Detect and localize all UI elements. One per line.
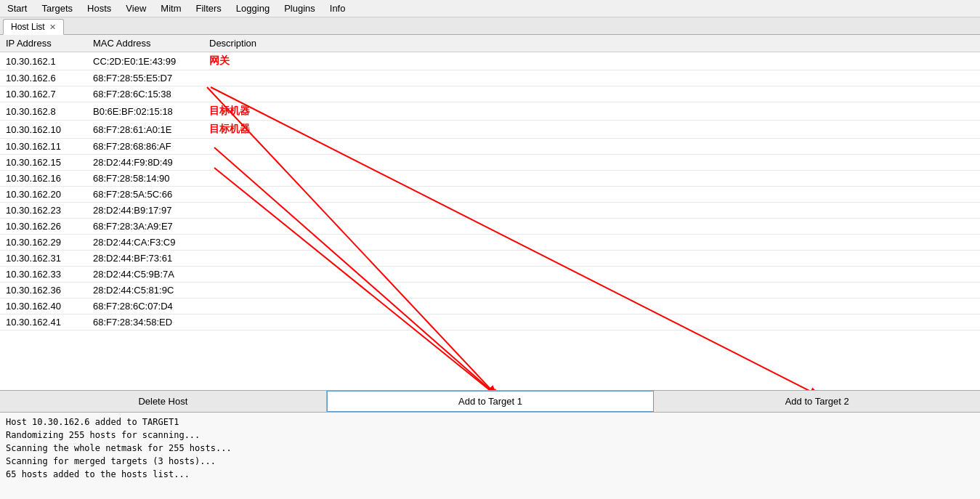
cell-desc xyxy=(203,267,980,283)
cell-mac: 68:F7:28:68:86:AF xyxy=(87,139,203,155)
log-area: Host 10.30.162.6 added to TARGET1Randomi… xyxy=(0,412,980,499)
cell-ip: 10.30.162.41 xyxy=(0,315,87,330)
cell-mac: 68:F7:28:3A:A9:E7 xyxy=(87,219,203,235)
table-row[interactable]: 10.30.162.768:F7:28:6C:15:38 xyxy=(0,86,980,102)
menu-item-filters[interactable]: Filters xyxy=(188,1,228,15)
cell-mac: 68:F7:28:34:58:ED xyxy=(87,315,203,330)
table-row[interactable]: 10.30.162.2668:F7:28:3A:A9:E7 xyxy=(0,219,980,235)
cell-mac: B0:6E:BF:02:15:18 xyxy=(87,102,203,121)
tabbar: Host List ✕ xyxy=(0,17,980,35)
cell-ip: 10.30.162.23 xyxy=(0,203,87,219)
cell-ip: 10.30.162.15 xyxy=(0,155,87,171)
cell-mac: 68:F7:28:6C:15:38 xyxy=(87,86,203,102)
menu-item-start[interactable]: Start xyxy=(0,1,34,15)
menu-item-mitm[interactable]: Mitm xyxy=(153,1,188,15)
col-header-ip: IP Address xyxy=(0,35,87,52)
cell-desc xyxy=(203,299,980,315)
log-line: Scanning the whole netmask for 255 hosts… xyxy=(6,442,974,455)
cell-mac: 68:F7:28:58:14:90 xyxy=(87,171,203,187)
table-row[interactable]: 10.30.162.1CC:2D:E0:1E:43:99网关 xyxy=(0,52,980,70)
cell-desc xyxy=(203,203,980,219)
table-row[interactable]: 10.30.162.2328:D2:44:B9:17:97 xyxy=(0,203,980,219)
menubar: StartTargetsHostsViewMitmFiltersLoggingP… xyxy=(0,0,980,17)
add-to-target1-button[interactable]: Add to Target 1 xyxy=(327,391,655,412)
table-row[interactable]: 10.30.162.3328:D2:44:C5:9B:7A xyxy=(0,267,980,283)
cell-mac: CC:2D:E0:1E:43:99 xyxy=(87,52,203,70)
cell-mac: 68:F7:28:5A:5C:66 xyxy=(87,187,203,203)
cell-desc xyxy=(203,86,980,102)
cell-ip: 10.30.162.31 xyxy=(0,251,87,267)
host-table: IP Address MAC Address Description 10.30… xyxy=(0,35,980,330)
cell-desc xyxy=(203,251,980,267)
button-bar: Delete Host Add to Target 1 Add to Targe… xyxy=(0,390,980,412)
col-header-desc: Description xyxy=(203,35,980,52)
table-row[interactable]: 10.30.162.3628:D2:44:C5:81:9C xyxy=(0,283,980,299)
cell-mac: 28:D2:44:C5:9B:7A xyxy=(87,267,203,283)
cell-desc xyxy=(203,70,980,86)
cell-ip: 10.30.162.1 xyxy=(0,52,87,70)
cell-ip: 10.30.162.16 xyxy=(0,171,87,187)
tab-label: Host List xyxy=(11,22,45,32)
cell-mac: 68:F7:28:55:E5:D7 xyxy=(87,70,203,86)
cell-ip: 10.30.162.11 xyxy=(0,139,87,155)
col-header-mac: MAC Address xyxy=(87,35,203,52)
table-row[interactable]: 10.30.162.1068:F7:28:61:A0:1E目标机器 xyxy=(0,121,980,139)
table-row[interactable]: 10.30.162.2068:F7:28:5A:5C:66 xyxy=(0,187,980,203)
menu-item-hosts[interactable]: Hosts xyxy=(80,1,118,15)
delete-host-button[interactable]: Delete Host xyxy=(0,391,327,412)
table-row[interactable]: 10.30.162.4168:F7:28:34:58:ED xyxy=(0,315,980,330)
cell-desc: 目标机器 xyxy=(203,121,980,139)
cell-ip: 10.30.162.8 xyxy=(0,102,87,121)
cell-desc xyxy=(203,315,980,330)
menu-item-info[interactable]: Info xyxy=(323,1,353,15)
table-row[interactable]: 10.30.162.8B0:6E:BF:02:15:18目标机器 xyxy=(0,102,980,121)
cell-desc xyxy=(203,283,980,299)
cell-desc xyxy=(203,235,980,251)
cell-ip: 10.30.162.20 xyxy=(0,187,87,203)
tab-host-list[interactable]: Host List ✕ xyxy=(3,19,64,35)
table-body: 10.30.162.1CC:2D:E0:1E:43:99网关10.30.162.… xyxy=(0,52,980,330)
cell-desc xyxy=(203,187,980,203)
add-to-target2-button[interactable]: Add to Target 2 xyxy=(654,391,980,412)
table-row[interactable]: 10.30.162.668:F7:28:55:E5:D7 xyxy=(0,70,980,86)
cell-ip: 10.30.162.26 xyxy=(0,219,87,235)
menu-item-logging[interactable]: Logging xyxy=(229,1,277,15)
cell-ip: 10.30.162.10 xyxy=(0,121,87,139)
table-row[interactable]: 10.30.162.1168:F7:28:68:86:AF xyxy=(0,139,980,155)
menu-item-view[interactable]: View xyxy=(118,1,153,15)
table-row[interactable]: 10.30.162.1528:D2:44:F9:8D:49 xyxy=(0,155,980,171)
cell-ip: 10.30.162.29 xyxy=(0,235,87,251)
table-row[interactable]: 10.30.162.4068:F7:28:6C:07:D4 xyxy=(0,299,980,315)
menu-item-targets[interactable]: Targets xyxy=(34,1,80,15)
menu-item-plugins[interactable]: Plugins xyxy=(277,1,323,15)
host-table-container[interactable]: IP Address MAC Address Description 10.30… xyxy=(0,35,980,390)
log-line: 65 hosts added to the hosts list... xyxy=(6,468,974,481)
cell-mac: 68:F7:28:61:A0:1E xyxy=(87,121,203,139)
cell-desc xyxy=(203,219,980,235)
tab-close-icon[interactable]: ✕ xyxy=(49,23,56,32)
cell-ip: 10.30.162.40 xyxy=(0,299,87,315)
cell-mac: 68:F7:28:6C:07:D4 xyxy=(87,299,203,315)
cell-desc: 目标机器 xyxy=(203,102,980,121)
log-line: Scanning for merged targets (3 hosts)... xyxy=(6,455,974,468)
table-row[interactable]: 10.30.162.2928:D2:44:CA:F3:C9 xyxy=(0,235,980,251)
cell-desc xyxy=(203,155,980,171)
cell-ip: 10.30.162.36 xyxy=(0,283,87,299)
table-row[interactable]: 10.30.162.3128:D2:44:BF:73:61 xyxy=(0,251,980,267)
cell-desc xyxy=(203,139,980,155)
cell-ip: 10.30.162.6 xyxy=(0,70,87,86)
cell-mac: 28:D2:44:F9:8D:49 xyxy=(87,155,203,171)
cell-desc xyxy=(203,171,980,187)
cell-mac: 28:D2:44:B9:17:97 xyxy=(87,203,203,219)
cell-ip: 10.30.162.33 xyxy=(0,267,87,283)
cell-mac: 28:D2:44:C5:81:9C xyxy=(87,283,203,299)
log-line: Host 10.30.162.6 added to TARGET1 xyxy=(6,415,974,429)
main-area: IP Address MAC Address Description 10.30… xyxy=(0,35,980,412)
cell-desc: 网关 xyxy=(203,52,980,70)
cell-mac: 28:D2:44:BF:73:61 xyxy=(87,251,203,267)
cell-mac: 28:D2:44:CA:F3:C9 xyxy=(87,235,203,251)
table-row[interactable]: 10.30.162.1668:F7:28:58:14:90 xyxy=(0,171,980,187)
log-line: Randomizing 255 hosts for scanning... xyxy=(6,429,974,442)
cell-ip: 10.30.162.7 xyxy=(0,86,87,102)
